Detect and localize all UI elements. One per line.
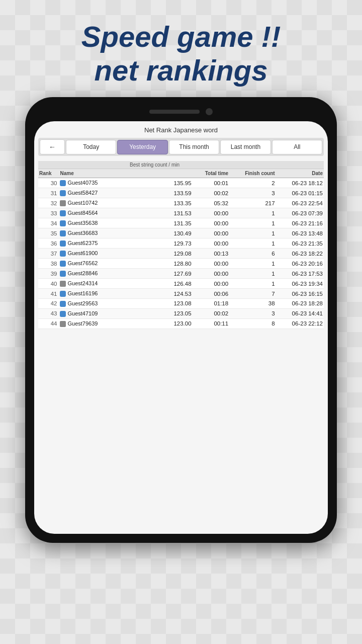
score-cell: 133.59 [117,188,193,198]
time-cell: 05:32 [193,198,230,208]
time-cell: 00:00 [193,208,230,218]
rank-cell: 42 [38,299,59,309]
rank-cell: 31 [38,188,59,198]
name-cell: Guest10742 [59,198,117,208]
date-cell: 06-23 18:12 [276,178,324,188]
player-name: Guest10742 [67,200,98,206]
player-name: Guest76562 [67,260,98,266]
score-cell: 126.48 [117,279,193,289]
player-name: Guest47109 [67,310,98,316]
time-cell: 00:11 [193,318,230,329]
device-blue-icon [60,190,66,196]
name-cell: Guest24314 [59,279,117,289]
score-cell: 127.69 [117,269,193,279]
time-cell: 00:00 [193,269,230,279]
table-row: 32Guest10742133.3505:3221706-23 22:54 [38,198,324,208]
tab-last-month[interactable]: Last month [220,140,270,154]
date-cell: 06-23 20:16 [276,259,324,269]
count-cell: 7 [229,289,276,299]
tab-yesterday[interactable]: Yester­day [117,140,167,154]
tab-bar: ← Today Yester­day This month Last month… [38,138,324,156]
count-cell: 1 [229,269,276,279]
score-cell: 135.95 [117,178,193,188]
date-cell: 06-23 22:54 [276,198,324,208]
device-blue-icon [60,251,66,257]
tab-today[interactable]: Today [66,140,116,154]
table-row: 38Guest76562128.8000:00106-23 20:16 [38,259,324,269]
date-cell: 06-23 01:15 [276,188,324,198]
player-name: Guest35638 [67,220,98,226]
col-date-header-label [276,161,324,169]
rank-cell: 35 [38,228,59,238]
score-cell: 128.80 [117,259,193,269]
col-rank-header [38,161,59,169]
date-cell: 06-23 21:16 [276,218,324,228]
table-row: 42Guest29563123.0801:183806-23 18:28 [38,299,324,309]
count-cell: 8 [229,318,276,329]
time-cell: 00:00 [193,238,230,249]
player-name: Guest24314 [67,280,98,286]
col-rank: Rank [38,169,59,178]
date-cell: 06-23 17:53 [276,269,324,279]
date-cell: 06-23 16:15 [276,289,324,299]
table-row: 33Guest84564131.5300:00106-23 07:39 [38,208,324,218]
table-row: 41Guest16196124.5300:06706-23 16:15 [38,289,324,299]
player-name: Guest36683 [67,230,98,236]
device-blue-icon [60,180,66,186]
count-cell: 3 [229,308,276,318]
phone-frame: Net Rank Japanese word ← Today Yester­da… [25,97,337,543]
page-title: Speed game !! net rankings [0,0,362,97]
table-row: 43Guest47109123.0500:02306-23 14:41 [38,308,324,318]
phone-notch [34,106,328,117]
table-row: 39Guest28846127.6900:00106-23 17:53 [38,269,324,279]
app-content: Net Rank Japanese word ← Today Yester­da… [34,121,328,534]
rank-cell: 40 [38,279,59,289]
device-blue-icon [60,311,66,317]
table-header-top: Best string count / min [38,161,324,169]
col-count-header-label [229,161,276,169]
rank-cell: 44 [38,318,59,329]
count-cell: 1 [229,208,276,218]
score-cell: 123.00 [117,318,193,329]
name-cell: Guest35638 [59,218,117,228]
time-cell: 00:13 [193,249,230,259]
count-cell: 2 [229,178,276,188]
count-cell: 3 [229,188,276,198]
player-name: Guest84564 [67,210,98,216]
date-cell: 06-23 13:48 [276,228,324,238]
table-row: 30Guest40735135.9500:01206-23 18:12 [38,178,324,188]
table-row: 37Guest61900129.0800:13606-23 18:22 [38,249,324,259]
ranking-table: Best string count / min Rank Name Total … [38,161,324,329]
name-cell: Guest36683 [59,228,117,238]
back-button[interactable]: ← [40,139,65,154]
score-cell: 124.53 [117,289,193,299]
score-cell: 131.53 [117,208,193,218]
score-cell: 129.08 [117,249,193,259]
device-blue-icon [60,240,66,247]
date-cell: 06-23 18:22 [276,249,324,259]
player-name: Guest61900 [67,250,98,256]
table-row: 34Guest35638131.3500:00106-23 21:16 [38,218,324,228]
count-cell: 1 [229,279,276,289]
name-cell: Guest29563 [59,299,117,309]
name-cell: Guest61900 [59,249,117,259]
name-cell: Guest40735 [59,178,117,188]
score-cell: 133.35 [117,198,193,208]
time-cell: 00:00 [193,279,230,289]
tab-all[interactable]: All [272,140,322,154]
player-name: Guest16196 [67,290,98,296]
device-blue-icon [60,291,66,297]
name-cell: Guest76562 [59,259,117,269]
name-cell: Guest84564 [59,208,117,218]
time-cell: 01:18 [193,299,230,309]
device-gray-icon [60,321,66,327]
count-cell: 1 [229,259,276,269]
col-name-header [59,161,117,169]
col-name: Name [59,169,117,178]
score-cell: 123.05 [117,308,193,318]
player-name: Guest58427 [67,190,98,196]
col-finish: Finish count [229,169,276,178]
tab-this-month[interactable]: This month [169,140,219,154]
notch-pill [149,110,200,114]
rankings-body: 30Guest40735135.9500:01206-23 18:1231Gue… [38,178,324,329]
